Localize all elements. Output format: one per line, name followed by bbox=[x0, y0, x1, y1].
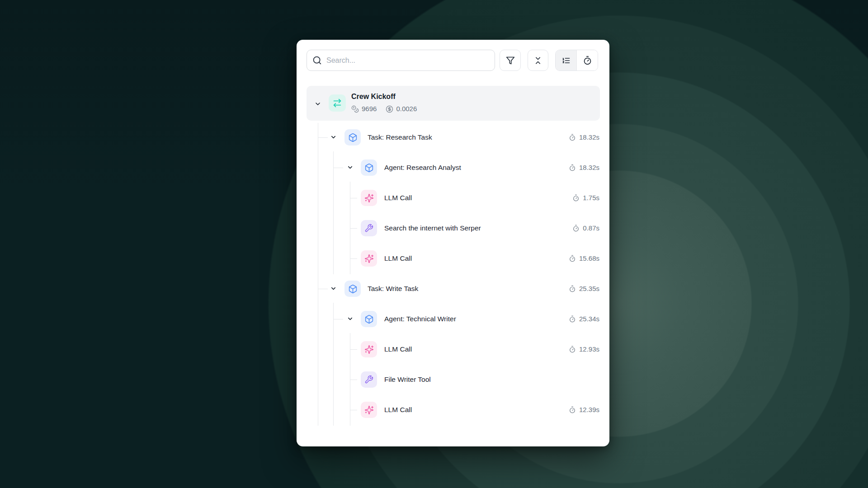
sparkles-icon bbox=[361, 402, 377, 418]
chevron-down-icon[interactable] bbox=[346, 164, 354, 171]
duration-badge: 12.39s bbox=[569, 405, 599, 415]
chevron-down-icon[interactable] bbox=[330, 285, 337, 292]
token-count: 9696 bbox=[362, 104, 377, 114]
duration-value: 18.32s bbox=[579, 163, 599, 173]
timer-icon bbox=[569, 255, 576, 262]
sparkles-icon bbox=[361, 341, 377, 357]
sparkles-icon bbox=[361, 250, 377, 267]
tree-row[interactable]: LLM Call1.75s bbox=[307, 189, 600, 207]
tree-row[interactable]: LLM Call15.68s bbox=[307, 249, 600, 267]
dollar-circle-icon bbox=[386, 105, 393, 113]
cube-icon bbox=[344, 129, 361, 145]
wrench-icon bbox=[361, 371, 377, 388]
chevron-down-icon[interactable] bbox=[346, 315, 354, 323]
duration-badge: 18.32s bbox=[569, 163, 599, 173]
tree-row[interactable]: Task: Write Task25.35s bbox=[307, 280, 600, 298]
tree-row-label: LLM Call bbox=[384, 193, 412, 203]
duration-badge: 25.35s bbox=[569, 284, 599, 294]
tree-row[interactable]: Search the internet with Serper0.87s bbox=[307, 219, 600, 237]
arrows-swap-icon bbox=[329, 94, 346, 112]
tree-row-root[interactable]: Crew Kickoff 9696 0.0026 bbox=[307, 86, 600, 121]
tree-row-label: LLM Call bbox=[384, 344, 412, 354]
root-span-title: Crew Kickoff bbox=[351, 91, 417, 102]
duration-value: 18.32s bbox=[579, 132, 599, 142]
tree-row[interactable]: LLM Call12.39s bbox=[307, 401, 600, 419]
timer-icon bbox=[569, 346, 576, 353]
sparkles-icon bbox=[361, 190, 377, 206]
duration-value: 12.93s bbox=[579, 344, 599, 354]
tree-row-label: Task: Write Task bbox=[368, 284, 418, 294]
trace-panel: Crew Kickoff 9696 0.0026 Task: Research … bbox=[297, 40, 609, 446]
root-span-meta: 9696 0.0026 bbox=[351, 104, 417, 114]
tree-row[interactable]: Task: Research Task18.32s bbox=[307, 128, 600, 146]
timer-icon bbox=[572, 194, 580, 202]
timer-icon bbox=[569, 406, 576, 413]
tree-row-label: LLM Call bbox=[384, 253, 412, 263]
duration-badge: 15.68s bbox=[569, 253, 599, 263]
cost-value: 0.0026 bbox=[396, 104, 417, 114]
timer-icon bbox=[569, 164, 576, 171]
timer-icon bbox=[572, 225, 580, 232]
cube-icon bbox=[361, 311, 377, 327]
chevron-down-icon[interactable] bbox=[314, 100, 321, 108]
tree-row[interactable]: Agent: Research Analyst18.32s bbox=[307, 159, 600, 177]
wrench-icon bbox=[361, 220, 377, 236]
duration-badge: 1.75s bbox=[572, 193, 599, 203]
cube-icon bbox=[361, 160, 377, 176]
trace-tree: Crew Kickoff 9696 0.0026 Task: Research … bbox=[307, 40, 600, 446]
tree-row-label: Agent: Technical Writer bbox=[384, 314, 456, 324]
cube-icon bbox=[344, 281, 361, 297]
duration-badge: 25.34s bbox=[569, 314, 599, 324]
tree-row-label: Task: Research Task bbox=[368, 132, 432, 142]
tree-row-label: Agent: Research Analyst bbox=[384, 163, 461, 173]
tree-row[interactable]: LLM Call12.93s bbox=[307, 340, 600, 358]
chevron-down-icon[interactable] bbox=[330, 134, 337, 141]
duration-value: 25.35s bbox=[579, 284, 599, 294]
duration-value: 12.39s bbox=[579, 405, 599, 415]
tree-row[interactable]: File Writer Tool bbox=[307, 371, 600, 389]
tree-row[interactable]: Agent: Technical Writer25.34s bbox=[307, 310, 600, 328]
duration-badge: 18.32s bbox=[569, 132, 599, 142]
duration-badge: 0.87s bbox=[572, 223, 599, 233]
duration-value: 0.87s bbox=[583, 223, 599, 233]
duration-value: 1.75s bbox=[583, 193, 599, 203]
duration-value: 25.34s bbox=[579, 314, 599, 324]
coins-icon bbox=[351, 105, 359, 113]
tree-row-label: Search the internet with Serper bbox=[384, 223, 481, 233]
tree-row-label: LLM Call bbox=[384, 405, 412, 415]
timer-icon bbox=[569, 285, 576, 292]
timer-icon bbox=[569, 315, 576, 323]
timer-icon bbox=[569, 134, 576, 141]
tree-row-label: File Writer Tool bbox=[384, 375, 431, 385]
duration-value: 15.68s bbox=[579, 253, 599, 263]
duration-badge: 12.93s bbox=[569, 344, 599, 354]
